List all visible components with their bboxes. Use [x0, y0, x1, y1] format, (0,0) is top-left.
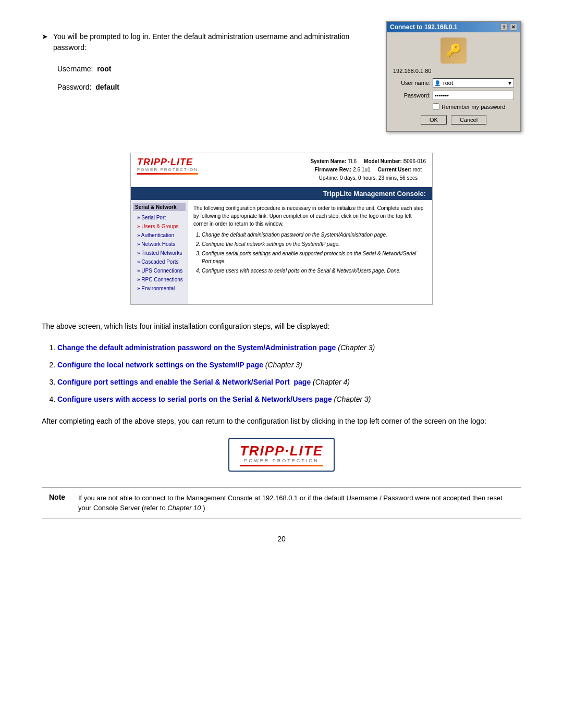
note-box: Note If you are not able to connect to t…	[42, 487, 521, 519]
logo-main-text: TRIPP·LITE	[137, 157, 193, 167]
dialog-title: Connect to 192.168.0.1	[390, 23, 457, 31]
console-screenshot: TRIPP·LITE POWER PROTECTION System Name:…	[130, 153, 433, 305]
password-value: default	[95, 83, 119, 91]
above-screen-description: The above screen, which lists four initi…	[42, 320, 521, 332]
console-title-bar: TrippLite Management Console:	[131, 187, 432, 200]
note-label: Note	[49, 493, 70, 513]
firmware-label: Firmware Rev.:	[314, 167, 351, 172]
sidebar: Serial & Network Serial Port Users & Gro…	[131, 200, 188, 304]
password-field: Password:	[393, 91, 514, 100]
dialog-titlebar: Connect to 192.168.0.1 ? ✕	[387, 22, 520, 32]
username-input[interactable]	[442, 78, 505, 88]
chapter-ref-1: (Chapter 3)	[338, 343, 375, 352]
tripp-lite-logo-small: TRIPP·LITE POWER PROTECTION	[137, 157, 198, 175]
remember-label: Remember my password	[442, 104, 505, 110]
logo-sub-text: POWER PROTECTION	[137, 167, 198, 172]
big-logo-text: TRIPP·LITE	[240, 443, 323, 459]
chapter-ref-3: (Chapter 4)	[313, 378, 350, 386]
login-prompt-text: You will be prompted to log in. Enter th…	[53, 31, 365, 53]
sidebar-item-network-hosts[interactable]: Network Hosts	[133, 240, 186, 249]
sidebar-item-authentication[interactable]: Authentication	[133, 231, 186, 240]
console-step-1: Change the default administration passwo…	[202, 231, 427, 239]
remember-row: Remember my password	[433, 103, 514, 110]
console-step-4: Configure users with access to serial po…	[202, 267, 427, 275]
sidebar-section-title: Serial & Network	[133, 203, 186, 211]
note-main-text: If you are not able to connect to the Ma…	[78, 494, 503, 512]
dialog-ip: 192.168.0.1:80	[393, 68, 514, 74]
note-chapter-ref: Chapter 10	[167, 504, 201, 512]
step-link-4[interactable]: Configure users with access to serial po…	[57, 395, 332, 403]
big-logo-hr	[240, 465, 323, 466]
console-header-info: System Name: TL6 Model Number: B096-016 …	[310, 157, 426, 182]
sidebar-item-cascaded-ports[interactable]: Cascaded Ports	[133, 257, 186, 266]
password-input[interactable]	[433, 91, 514, 100]
console-title-text: TrippLite Management Console:	[323, 190, 426, 198]
chapter-ref-4: (Chapter 3)	[334, 395, 371, 403]
top-text-block: ➤ You will be prompted to log in. Enter …	[42, 21, 365, 100]
console-body: Serial & Network Serial Port Users & Gro…	[131, 200, 432, 304]
tripp-logo-big: TRIPP·LITE POWER PROTECTION	[228, 438, 335, 472]
console-steps-list: Change the default administration passwo…	[202, 231, 427, 275]
username-label: Username:	[57, 65, 93, 73]
close-button[interactable]: ✕	[510, 23, 517, 31]
page-number: 20	[42, 535, 521, 543]
console-main: The following configuration procedure is…	[188, 200, 432, 304]
big-logo-subtext: POWER PROTECTION	[244, 458, 319, 463]
console-main-text: The following configuration procedure is…	[193, 204, 427, 228]
bullet-arrow: ➤	[42, 32, 48, 53]
dropdown-arrow-icon[interactable]: ▼	[507, 80, 512, 86]
password-line: Password: default	[57, 82, 365, 93]
logo-border	[137, 173, 198, 175]
sidebar-item-serial-port[interactable]: Serial Port	[133, 213, 186, 222]
system-name-label: System Name:	[310, 158, 346, 164]
password-field-label: Password:	[393, 92, 431, 98]
credentials-block: Username: root Password: default	[57, 64, 365, 93]
chapter-ref-2: (Chapter 3)	[265, 361, 302, 369]
username-value: root	[97, 65, 111, 73]
step-link-1[interactable]: Change the default administration passwo…	[57, 343, 336, 352]
username-field-label: User name:	[393, 80, 431, 86]
step-item-2: Configure the local network settings on …	[57, 360, 521, 371]
title-controls: ? ✕	[500, 23, 517, 31]
model-number-label: Model Number:	[364, 158, 402, 164]
firmware-value: 2.6.1u1	[353, 167, 370, 172]
step-item-1: Change the default administration passwo…	[57, 342, 521, 353]
username-input-wrapper[interactable]: 👤 ▼	[433, 78, 514, 88]
note-end: )	[203, 504, 205, 512]
dialog-body: 🔑 192.168.0.1:80 User name: 👤 ▼ Password…	[387, 32, 520, 131]
model-number-value: B096-016	[403, 158, 426, 164]
system-name-value: TL6	[348, 158, 357, 164]
dialog-icon: 🔑	[440, 38, 467, 64]
after-steps-text: After completing each of the above steps…	[42, 415, 521, 427]
bullet-item: ➤ You will be prompted to log in. Enter …	[42, 31, 365, 53]
current-user-label: Current User:	[377, 167, 411, 172]
step-link-3[interactable]: Configure port settings and enable the S…	[57, 378, 311, 386]
console-step-3: Configure serial ports settings and enab…	[202, 250, 427, 265]
sidebar-item-environmental[interactable]: Environmental	[133, 284, 186, 293]
help-button[interactable]: ?	[500, 23, 508, 31]
username-field: User name: 👤 ▼	[393, 78, 514, 88]
connect-dialog: Connect to 192.168.0.1 ? ✕ 🔑 192.168.0.1…	[386, 21, 521, 132]
console-header: TRIPP·LITE POWER PROTECTION System Name:…	[131, 153, 432, 187]
sidebar-item-trusted-networks[interactable]: Trusted Networks	[133, 249, 186, 257]
password-label: Password:	[57, 83, 91, 91]
sidebar-item-users-groups[interactable]: Users & Groups	[133, 222, 186, 231]
user-icon: 👤	[434, 80, 440, 86]
step-item-4: Configure users with access to serial po…	[57, 394, 521, 405]
step-link-2[interactable]: Configure the local network settings on …	[57, 361, 263, 369]
sidebar-item-rpc-connections[interactable]: RPC Connections	[133, 275, 186, 284]
console-step-2: Configure the local network settings on …	[202, 240, 427, 248]
logo-center: TRIPP·LITE POWER PROTECTION	[42, 438, 521, 472]
cancel-button[interactable]: Cancel	[451, 115, 486, 125]
dialog-buttons: OK Cancel	[393, 115, 514, 125]
numbered-steps-list: Change the default administration passwo…	[57, 342, 521, 405]
sidebar-item-ups-connections[interactable]: UPS Connections	[133, 266, 186, 275]
top-section: ➤ You will be prompted to log in. Enter …	[42, 21, 521, 132]
note-text: If you are not able to connect to the Ma…	[78, 493, 514, 513]
uptime-text: Up-time: 0 days, 0 hours, 23 mins, 56 se…	[319, 175, 418, 181]
current-user-value: root	[413, 167, 422, 172]
username-line: Username: root	[57, 64, 365, 75]
ok-button[interactable]: OK	[421, 115, 447, 125]
step-item-3: Configure port settings and enable the S…	[57, 377, 521, 388]
remember-checkbox[interactable]	[433, 103, 439, 110]
